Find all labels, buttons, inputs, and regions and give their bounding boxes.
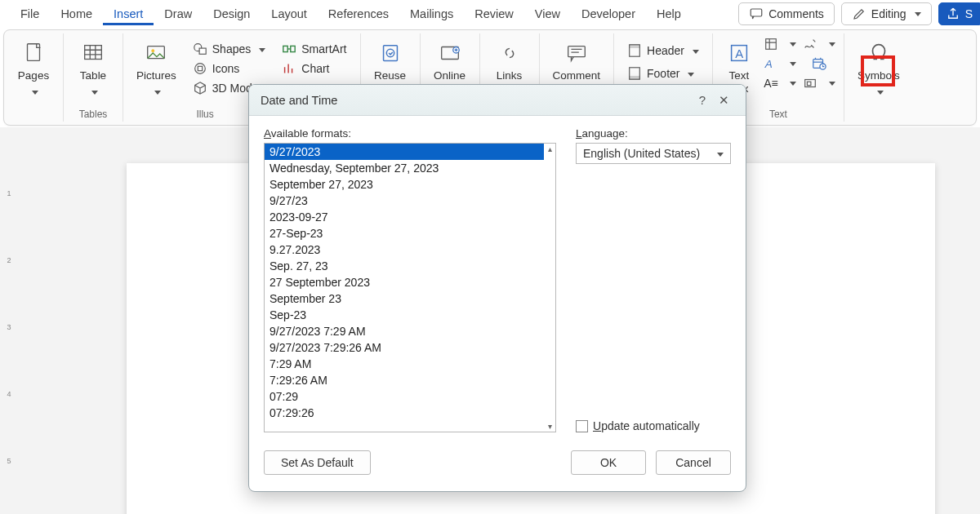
menu-bar: File Home Insert Draw Design Layout Refe… <box>0 0 980 28</box>
reuse-icon <box>377 40 403 66</box>
format-option[interactable]: 9/27/2023 7:29:26 AM <box>265 339 544 356</box>
quick-parts-icon[interactable] <box>764 37 778 51</box>
drop-cap-icon[interactable]: A≡ <box>764 76 778 91</box>
header-button[interactable]: Header <box>622 42 704 60</box>
menu-design[interactable]: Design <box>203 2 261 25</box>
language-select[interactable]: English (United States) <box>576 143 731 164</box>
menu-review[interactable]: Review <box>464 2 524 25</box>
chevron-down-icon[interactable] <box>786 76 796 91</box>
svg-rect-15 <box>568 47 585 57</box>
menu-insert[interactable]: Insert <box>103 2 154 25</box>
chevron-down-icon <box>911 7 921 20</box>
chevron-down-icon[interactable] <box>786 37 796 51</box>
online-video-button[interactable]: Online <box>429 37 471 86</box>
format-option[interactable]: Wednesday, September 27, 2023 <box>265 160 544 176</box>
cancel-button[interactable]: Cancel <box>656 450 731 475</box>
menu-draw[interactable]: Draw <box>154 2 203 25</box>
pages-button[interactable]: Pages <box>12 37 55 102</box>
format-option[interactable]: 9/27/2023 7:29 AM <box>265 323 544 339</box>
menu-developer[interactable]: Developer <box>571 2 646 25</box>
scroll-down-icon[interactable]: ▾ <box>548 422 552 431</box>
svg-point-7 <box>194 64 205 74</box>
picture-icon <box>143 40 169 66</box>
format-option[interactable]: 27-Sep-23 <box>265 225 544 241</box>
comments-button[interactable]: Comments <box>738 2 835 25</box>
menu-home[interactable]: Home <box>50 2 103 25</box>
chevron-down-icon <box>151 86 161 99</box>
icons-icon <box>193 61 207 76</box>
format-option[interactable]: 9/27/23 <box>265 193 544 209</box>
editing-label: Editing <box>871 7 906 20</box>
footer-label: Footer <box>647 67 679 80</box>
format-option[interactable]: 7:29 AM <box>265 356 544 372</box>
chevron-down-icon[interactable] <box>826 76 835 91</box>
dialog-title: Date and Time <box>261 94 337 107</box>
svg-text:A: A <box>764 58 773 70</box>
share-button[interactable]: S <box>938 2 980 25</box>
pages-label: Pages <box>18 69 49 82</box>
format-option[interactable]: 2023-09-27 <box>265 209 544 225</box>
link-icon <box>497 40 523 66</box>
menu-layout[interactable]: Layout <box>261 2 318 25</box>
pencil-icon <box>852 7 866 21</box>
icons-button[interactable]: Icons <box>188 60 244 78</box>
smartart-icon <box>282 42 296 56</box>
chart-icon <box>282 61 296 76</box>
footer-button[interactable]: Footer <box>622 64 699 82</box>
chevron-down-icon[interactable] <box>826 37 835 51</box>
page-icon <box>20 40 47 66</box>
signature-line-icon[interactable] <box>803 37 817 51</box>
format-option[interactable]: Sep-23 <box>265 307 544 323</box>
chart-button[interactable]: Chart <box>277 60 334 78</box>
update-automatically-checkbox[interactable]: Update automatically <box>576 419 731 432</box>
format-option[interactable]: September 23 <box>265 290 544 307</box>
tables-group-label: Tables <box>79 109 108 120</box>
table-button[interactable]: Table <box>72 37 114 102</box>
shapes-button[interactable]: Shapes <box>188 40 270 58</box>
group-label <box>877 109 880 120</box>
chevron-down-icon[interactable] <box>786 56 796 71</box>
format-option[interactable]: 7:29:26 AM <box>265 372 544 388</box>
set-default-button[interactable]: Set As Default <box>264 450 371 475</box>
symbols-button[interactable]: Symbols <box>853 37 905 102</box>
formats-listbox[interactable]: ▴▾ 9/27/2023Wednesday, September 27, 202… <box>264 143 556 432</box>
dialog-help-button[interactable]: ? <box>692 93 713 107</box>
format-option[interactable]: 9.27.2023 <box>265 241 544 258</box>
format-option[interactable]: 9/27/2023 <box>265 144 544 160</box>
wordart-icon[interactable]: A <box>764 56 778 71</box>
chevron-down-icon <box>874 86 884 99</box>
format-option[interactable]: Sep. 27, 23 <box>265 258 544 274</box>
format-option[interactable]: 07:29 <box>265 388 544 405</box>
video-icon <box>437 40 463 66</box>
svg-rect-9 <box>283 46 287 51</box>
svg-rect-6 <box>199 48 206 54</box>
object-icon[interactable] <box>803 76 817 91</box>
smartart-button[interactable]: SmartArt <box>277 40 351 58</box>
reuse-files-button[interactable]: Reuse <box>369 37 412 86</box>
dialog-close-button[interactable]: ✕ <box>713 93 734 108</box>
scroll-up-icon[interactable]: ▴ <box>548 144 552 153</box>
header-icon <box>627 43 642 58</box>
format-option[interactable]: September 27, 2023 <box>265 176 544 193</box>
date-time-icon[interactable] <box>812 56 826 71</box>
menu-help[interactable]: Help <box>646 2 692 25</box>
svg-rect-0 <box>751 9 762 16</box>
menu-references[interactable]: References <box>318 2 399 25</box>
table-label: Table <box>80 69 106 82</box>
editing-mode-button[interactable]: Editing <box>841 2 932 25</box>
listbox-scrollbar[interactable]: ▴▾ <box>544 144 555 432</box>
dialog-titlebar[interactable]: Date and Time ? ✕ <box>249 85 746 116</box>
menu-view[interactable]: View <box>524 2 571 25</box>
format-option[interactable]: 07:29:26 <box>265 405 544 421</box>
svg-rect-11 <box>383 46 397 61</box>
menu-file[interactable]: File <box>10 2 50 25</box>
menu-mailings[interactable]: Mailings <box>399 2 464 25</box>
footer-icon <box>627 66 642 81</box>
pictures-label: Pictures <box>136 69 176 82</box>
chevron-down-icon <box>689 44 699 57</box>
ok-button[interactable]: OK <box>571 450 646 475</box>
pictures-button[interactable]: Pictures <box>131 37 181 102</box>
svg-rect-2 <box>85 46 102 60</box>
comment-button[interactable]: Comment <box>548 37 606 86</box>
format-option[interactable]: 27 September 2023 <box>265 274 544 290</box>
